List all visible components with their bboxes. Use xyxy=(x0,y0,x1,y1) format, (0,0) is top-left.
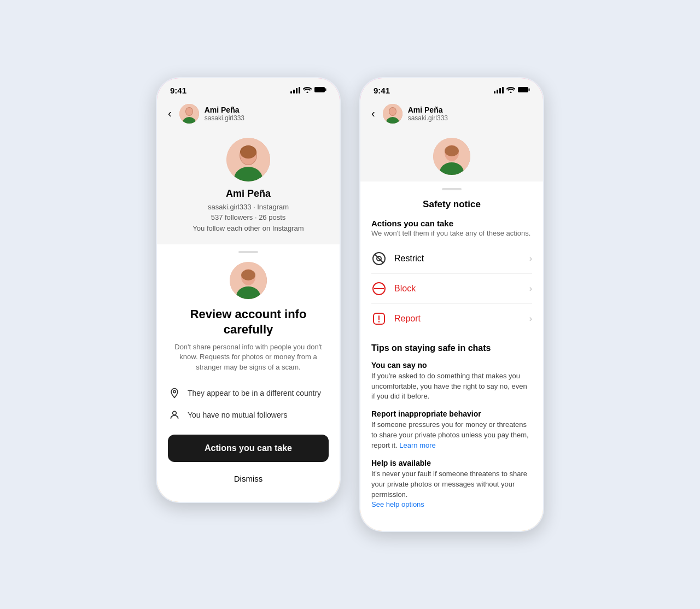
safety-item-1: They appear to be in a different country xyxy=(168,382,329,404)
svg-rect-0 xyxy=(314,87,325,92)
learn-more-link[interactable]: Learn more xyxy=(399,441,435,449)
restrict-row[interactable]: Restrict › xyxy=(371,244,532,274)
nav-name: Ami Peña xyxy=(205,106,244,114)
nav-username: sasaki.girl333 xyxy=(205,114,244,122)
restrict-left: Restrict xyxy=(371,251,424,266)
right-signal-icon xyxy=(494,87,504,93)
right-nav-username: sasaki.girl333 xyxy=(408,114,448,122)
tip-heading-2: Report inappropriate behavior xyxy=(371,409,532,418)
sheet-avatar xyxy=(230,262,267,299)
signal-icon xyxy=(290,87,300,93)
safety-notice-sheet: Safety notice Actions you can take We wo… xyxy=(360,181,543,531)
nav-info: Ami Peña sasaki.girl333 xyxy=(205,106,244,122)
see-help-link[interactable]: See help options xyxy=(371,500,424,508)
safety-text-1: They appear to be in a different country xyxy=(188,389,321,397)
actions-section: Actions you can take We won't tell them … xyxy=(371,219,532,333)
left-status-bar: 9:41 xyxy=(157,78,340,99)
right-battery-icon xyxy=(518,86,530,95)
right-nav-name: Ami Peña xyxy=(408,106,448,114)
svg-point-34 xyxy=(378,321,380,322)
right-wifi-icon xyxy=(506,86,515,95)
report-left: Report xyxy=(371,311,421,326)
safety-notice-title: Safety notice xyxy=(371,199,532,210)
report-icon xyxy=(371,311,387,326)
right-back-button[interactable]: ‹ xyxy=(369,105,377,122)
right-profile-section xyxy=(360,129,543,181)
right-status-bar: 9:41 xyxy=(360,78,543,99)
report-label: Report xyxy=(394,314,421,324)
profile-avatar xyxy=(226,138,270,181)
svg-line-28 xyxy=(375,254,383,263)
battery-icon xyxy=(314,86,326,95)
right-time: 9:41 xyxy=(374,86,390,95)
profile-name: Ami Peña xyxy=(226,188,271,200)
left-phone: 9:41 xyxy=(155,77,341,503)
sheet-desc: Don't share personal info with people yo… xyxy=(168,342,329,372)
block-icon xyxy=(371,281,387,296)
left-nav-header: ‹ Ami Peña sasaki.girl333 xyxy=(157,99,340,129)
tip-heading-3: Help is available xyxy=(371,459,532,467)
svg-point-5 xyxy=(186,108,192,115)
svg-rect-18 xyxy=(529,88,530,91)
tip-item-1: You can say no If you're asked to do som… xyxy=(371,361,532,402)
block-chevron: › xyxy=(529,284,532,294)
tips-title: Tips on staying safe in chats xyxy=(371,343,532,353)
svg-point-26 xyxy=(445,145,459,156)
back-button[interactable]: ‹ xyxy=(166,105,174,122)
block-label: Block xyxy=(394,284,416,294)
right-phone: 9:41 xyxy=(359,77,545,532)
safety-item-2: You have no mutual followers xyxy=(168,404,329,426)
location-icon xyxy=(168,387,181,400)
report-row[interactable]: Report › xyxy=(371,304,532,333)
dismiss-button[interactable]: Dismiss xyxy=(168,469,329,489)
restrict-label: Restrict xyxy=(394,254,424,263)
svg-point-22 xyxy=(389,108,396,115)
svg-point-10 xyxy=(240,145,256,159)
tip-item-2: Report inappropriate behavior If someone… xyxy=(371,409,532,451)
right-sheet-handle xyxy=(442,188,462,190)
report-chevron: › xyxy=(529,314,532,324)
svg-point-15 xyxy=(173,390,176,393)
left-status-icons xyxy=(290,86,326,95)
svg-point-14 xyxy=(241,270,255,280)
right-status-icons xyxy=(494,86,530,95)
left-time: 9:41 xyxy=(170,86,186,95)
profile-meta: sasaki.girl333 · Instagram 537 followers… xyxy=(192,202,304,234)
svg-rect-17 xyxy=(518,87,528,92)
tip-body-3: It's never your fault if someone threate… xyxy=(371,469,532,510)
actions-subtext: We won't tell them if you take any of th… xyxy=(371,229,532,237)
tip-heading-1: You can say no xyxy=(371,361,532,370)
person-icon xyxy=(168,408,181,421)
wifi-icon xyxy=(303,86,312,95)
left-bottom-sheet: Review account info carefully Don't shar… xyxy=(157,244,340,502)
tip-item-3: Help is available It's never your fault … xyxy=(371,459,532,510)
safety-text-2: You have no mutual followers xyxy=(188,411,287,419)
right-profile-avatar xyxy=(433,138,470,175)
nav-avatar xyxy=(179,104,199,124)
main-container: 9:41 xyxy=(155,77,545,532)
block-left: Block xyxy=(371,281,416,296)
svg-rect-1 xyxy=(325,88,326,91)
tip-body-2: If someone pressures you for money or th… xyxy=(371,420,532,451)
actions-button[interactable]: Actions you can take xyxy=(168,435,329,462)
tips-section: Tips on staying safe in chats You can sa… xyxy=(371,343,532,510)
right-nav-info: Ami Peña sasaki.girl333 xyxy=(408,106,448,122)
tip-body-1: If you're asked to do something that mak… xyxy=(371,371,532,402)
right-nav-avatar xyxy=(383,104,402,124)
right-nav-header: ‹ Ami Peña sasaki.girl333 xyxy=(360,99,543,129)
restrict-chevron: › xyxy=(529,254,532,263)
actions-heading: Actions you can take xyxy=(371,219,532,228)
block-row[interactable]: Block › xyxy=(371,274,532,304)
left-profile-section: Ami Peña sasaki.girl333 · Instagram 537 … xyxy=(157,129,340,245)
sheet-title: Review account info carefully xyxy=(168,307,329,337)
sheet-handle xyxy=(238,251,258,253)
svg-point-16 xyxy=(173,411,177,415)
restrict-icon xyxy=(371,251,387,266)
